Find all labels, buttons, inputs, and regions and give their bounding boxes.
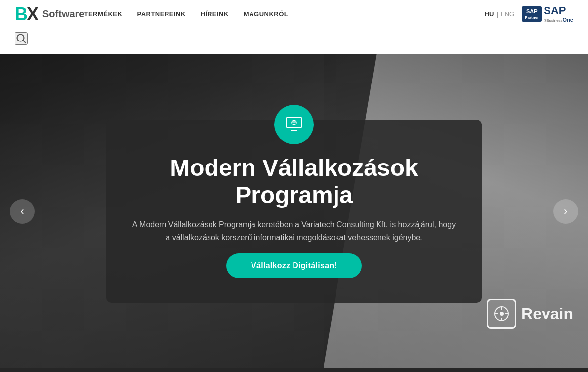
revain-icon <box>487 299 516 329</box>
nav-partnereink[interactable]: PARTNEREINK <box>137 10 185 18</box>
main-nav: TERMÉKEK PARTNEREINK HÍREINK MAGUNKRÓL <box>84 10 484 18</box>
sap-partner-partner: Partner <box>525 15 539 20</box>
sap-logo-text: SAP <box>544 5 566 17</box>
carousel-prev-button[interactable]: ‹ <box>10 199 35 224</box>
language-switcher: HU | ENG <box>485 10 515 18</box>
hero-cta-button[interactable]: Vállalkozz Digitálisan! <box>226 253 362 278</box>
hero-title: Modern Vállalkozások Programja <box>131 154 457 208</box>
nav-hireink[interactable]: HÍREINK <box>201 10 229 18</box>
hero-description: A Modern Vállalkozások Programja keretéb… <box>131 218 457 244</box>
lang-hu[interactable]: HU <box>485 10 494 18</box>
sap-badge: SAP Partner SAP ®BusinessOne <box>522 5 573 23</box>
sap-business-one: SAP ®BusinessOne <box>544 5 573 23</box>
hero-icon <box>274 105 314 144</box>
sap-partner-sap: SAP <box>526 8 538 15</box>
logo[interactable]: BX Software <box>15 4 84 25</box>
nav-termekek[interactable]: TERMÉKEK <box>84 10 122 18</box>
lang-eng[interactable]: ENG <box>501 10 514 18</box>
lang-divider: | <box>496 10 498 18</box>
svg-line-1 <box>23 41 26 43</box>
search-button[interactable] <box>15 32 28 45</box>
revain-text: Revain <box>521 305 573 323</box>
site-header: BX Software TERMÉKEK PARTNEREINK HÍREINK… <box>0 0 588 54</box>
carousel-next-button[interactable]: › <box>553 199 578 224</box>
header-bottom <box>15 32 573 50</box>
revain-watermark: Revain <box>487 299 573 329</box>
logo-bx: BX <box>15 4 38 25</box>
logo-x-letter: X <box>27 4 38 25</box>
sap-business-text: ®BusinessOne <box>544 17 573 23</box>
header-right: HU | ENG SAP Partner SAP ®BusinessOne <box>485 5 573 23</box>
hero-card: Modern Vállalkozások Programja A Modern … <box>106 120 482 303</box>
svg-point-8 <box>500 312 504 316</box>
hero-section: ‹ Modern Vállalkozások Programja A Moder… <box>0 54 588 368</box>
cookie-banner: Az oldalunkon Cookie-kat használunk, hog… <box>0 368 588 372</box>
logo-software-text: Software <box>42 8 84 20</box>
nav-magunkrol[interactable]: MAGUNKRÓL <box>244 10 288 18</box>
sap-partner-badge: SAP Partner <box>522 6 542 22</box>
logo-b-letter: B <box>15 4 27 25</box>
